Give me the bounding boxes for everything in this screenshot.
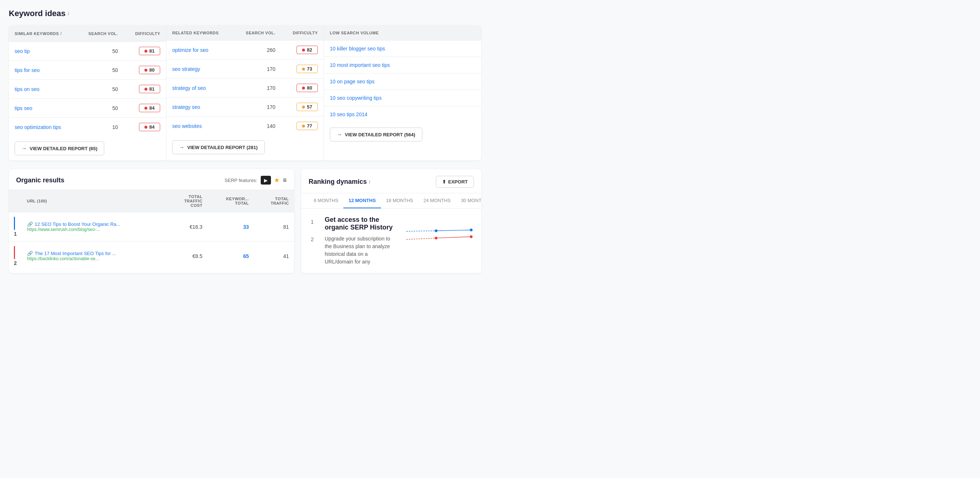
organic-results-header: Organic results SERP features: ▶ ★ ≡ bbox=[9, 169, 294, 190]
table-row: tips for seo 50 80 bbox=[9, 61, 166, 80]
difficulty-cell: 57 bbox=[281, 98, 324, 117]
ranking-tab[interactable]: 24 MONTHS bbox=[418, 193, 456, 208]
traffic-cost-col-header: TOTALTRAFFICCOST bbox=[167, 190, 208, 212]
ranking-cta-title: Get access to the organic SERP History bbox=[325, 216, 395, 231]
low-volume-table: LOW SEARCH VOLUME 10 killer blogger seo … bbox=[324, 25, 481, 122]
svg-line-0 bbox=[406, 230, 436, 231]
difficulty-dot bbox=[302, 106, 305, 108]
ranking-tab[interactable]: 30 MONTHS bbox=[456, 193, 481, 208]
svg-line-4 bbox=[406, 238, 436, 239]
related-keywords-section: RELATED KEYWORDS SEARCH VOL. DIFFICULTY … bbox=[166, 25, 324, 160]
low-vol-keyword-link[interactable]: 10 killer blogger seo tips bbox=[330, 46, 385, 52]
related-keyword-link[interactable]: seo websites bbox=[172, 123, 202, 129]
result-title-link[interactable]: 🔗 The 17 Most Important SEO Tips for ... bbox=[27, 251, 162, 256]
search-vol-cell: 260 bbox=[234, 41, 281, 60]
total-traffic-cell: 81 bbox=[254, 212, 294, 241]
difficulty-cell: 80 bbox=[281, 79, 324, 98]
organic-results-table: URL (100) TOTALTRAFFICCOST KEYWOR...TOTA… bbox=[9, 190, 294, 270]
difficulty-dot bbox=[145, 107, 147, 110]
low-volume-view-report-btn[interactable]: → VIEW DETAILED REPORT (564) bbox=[330, 127, 422, 141]
search-vol-cell: 50 bbox=[76, 98, 124, 118]
similar-keywords-view-report-btn[interactable]: → VIEW DETAILED REPORT (65) bbox=[14, 141, 104, 155]
keyword-count-link[interactable]: 33 bbox=[243, 224, 249, 230]
similar-keyword-link[interactable]: tips seo bbox=[14, 105, 32, 111]
search-vol-cell: 140 bbox=[234, 117, 281, 136]
star-serp-icon[interactable]: ★ bbox=[274, 176, 280, 184]
rank-number: 2 bbox=[9, 241, 22, 271]
similar-keyword-link[interactable]: seo tip bbox=[14, 48, 30, 54]
ranking-tab[interactable]: 12 MONTHS bbox=[344, 193, 381, 208]
related-keyword-link[interactable]: strategy of seo bbox=[172, 85, 206, 91]
low-vol-keyword-link[interactable]: 10 seo tips 2014 bbox=[330, 111, 368, 117]
organic-results-card: Organic results SERP features: ▶ ★ ≡ URL… bbox=[9, 169, 294, 273]
video-serp-icon[interactable]: ▶ bbox=[261, 176, 271, 184]
similar-search-vol-header: SEARCH VOL. bbox=[76, 25, 124, 42]
table-row: 10 killer blogger seo tips bbox=[324, 41, 481, 57]
low-vol-keyword-link[interactable]: 10 seo copywriting tips bbox=[330, 95, 382, 101]
svg-point-3 bbox=[470, 229, 473, 231]
ranking-dynamics-title: Ranking dynamics i bbox=[309, 178, 370, 186]
keyword-count-link[interactable]: 65 bbox=[243, 253, 249, 259]
similar-keyword-link[interactable]: seo optimization tips bbox=[14, 124, 61, 130]
difficulty-badge: 80 bbox=[297, 84, 318, 92]
keyword-total-cell: 65 bbox=[208, 241, 254, 271]
difficulty-badge: 73 bbox=[297, 65, 318, 73]
table-row: 1 🔗 12 SEO Tips to Boost Your Organic Ra… bbox=[9, 212, 294, 241]
external-link-icon: 🔗 bbox=[27, 221, 33, 227]
ranking-dynamics-header: Ranking dynamics i ⬆ EXPORT bbox=[301, 169, 481, 193]
table-row: seo strategy 170 73 bbox=[166, 60, 324, 79]
difficulty-badge: 57 bbox=[297, 103, 318, 111]
search-vol-cell: 170 bbox=[234, 98, 281, 117]
table-row: strategy seo 170 57 bbox=[166, 98, 324, 117]
keyword-total-col-header: KEYWOR...TOTAL bbox=[208, 190, 254, 212]
low-vol-keyword-link[interactable]: 10 on page seo tips bbox=[330, 79, 374, 84]
low-vol-report-btn-label: VIEW DETAILED REPORT (564) bbox=[345, 132, 415, 137]
difficulty-badge: 82 bbox=[297, 46, 318, 54]
page-title: Keyword ideas bbox=[9, 9, 65, 18]
serp-label: SERP features: bbox=[224, 178, 257, 183]
related-keyword-link[interactable]: strategy seo bbox=[172, 104, 200, 110]
related-keyword-link[interactable]: optimize for seo bbox=[172, 47, 208, 53]
table-row: 10 most important seo tips bbox=[324, 57, 481, 73]
serp-features: SERP features: ▶ ★ ≡ bbox=[224, 176, 287, 184]
low-search-volume-section: LOW SEARCH VOLUME 10 killer blogger seo … bbox=[324, 25, 481, 160]
url-col-header: URL (100) bbox=[22, 190, 167, 212]
difficulty-badge: 77 bbox=[297, 122, 318, 130]
keyword-table-wrapper: SIMILAR KEYWORDS i SEARCH VOL. DIFFICULT… bbox=[9, 25, 481, 160]
table-row: strategy of seo 170 80 bbox=[166, 79, 324, 98]
similar-difficulty-header: DIFFICULTY bbox=[124, 25, 166, 42]
external-link-icon: 🔗 bbox=[27, 251, 33, 256]
export-button[interactable]: ⬆ EXPORT bbox=[436, 176, 474, 188]
low-vol-keyword-link[interactable]: 10 most important seo tips bbox=[330, 62, 390, 68]
difficulty-cell: 77 bbox=[281, 117, 324, 136]
ranking-dynamics-card: Ranking dynamics i ⬆ EXPORT 6 MONTHS12 M… bbox=[301, 169, 481, 273]
search-vol-cell: 50 bbox=[76, 61, 124, 80]
difficulty-cell: 80 bbox=[124, 61, 166, 80]
serp-icons: ▶ ★ ≡ bbox=[261, 176, 287, 184]
similar-keyword-link[interactable]: tips on seo bbox=[14, 86, 40, 92]
similar-keywords-col-header: SIMILAR KEYWORDS i bbox=[9, 25, 76, 42]
result-url-cell: 🔗 12 SEO Tips to Boost Your Organic Ra..… bbox=[22, 212, 167, 241]
rank-row-2: 2 bbox=[309, 237, 316, 242]
difficulty-dot bbox=[145, 50, 147, 52]
svg-line-5 bbox=[436, 237, 471, 238]
similar-keyword-link[interactable]: tips for seo bbox=[14, 67, 40, 73]
total-traffic-col-header: TOTALTRAFFIC bbox=[254, 190, 294, 212]
table-row: 10 seo copywriting tips bbox=[324, 90, 481, 106]
search-vol-cell: 170 bbox=[234, 79, 281, 98]
ranking-tab[interactable]: 6 MONTHS bbox=[309, 193, 344, 208]
result-title-link[interactable]: 🔗 12 SEO Tips to Boost Your Organic Ra..… bbox=[27, 221, 162, 227]
rank-row-1: 1 bbox=[309, 219, 316, 225]
related-keywords-view-report-btn[interactable]: → VIEW DETAILED REPORT (281) bbox=[172, 140, 265, 154]
arrow-icon: → bbox=[22, 145, 27, 151]
keyword-ideas-card: SIMILAR KEYWORDS i SEARCH VOL. DIFFICULT… bbox=[9, 25, 481, 160]
result-url-cell: 🔗 The 17 Most Important SEO Tips for ...… bbox=[22, 241, 167, 271]
difficulty-badge: 81 bbox=[139, 47, 160, 55]
difficulty-dot bbox=[302, 49, 305, 52]
difficulty-badge: 84 bbox=[139, 123, 160, 131]
list-serp-icon[interactable]: ≡ bbox=[283, 176, 287, 184]
ranking-content: 1 2 Get access to the organic SERP Histo… bbox=[301, 209, 481, 273]
related-keywords-col-header: RELATED KEYWORDS bbox=[166, 25, 234, 41]
related-keyword-link[interactable]: seo strategy bbox=[172, 66, 200, 72]
ranking-tab[interactable]: 18 MONTHS bbox=[381, 193, 418, 208]
